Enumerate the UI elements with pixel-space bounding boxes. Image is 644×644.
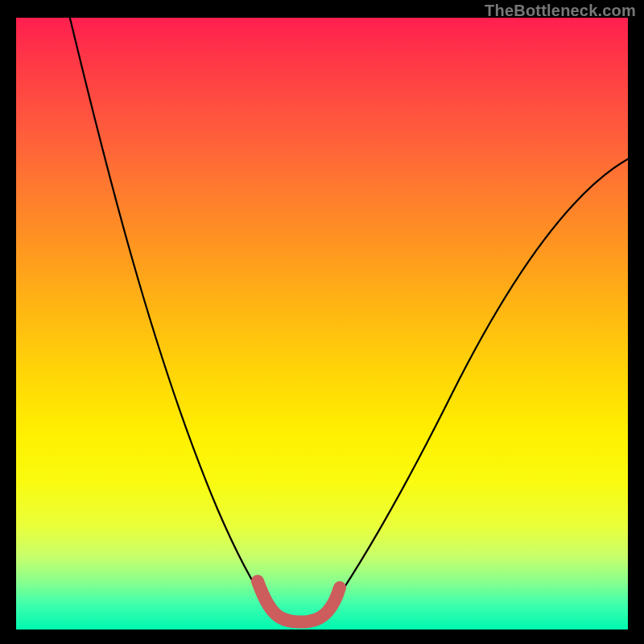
curve-left: [66, 18, 268, 605]
curve-right: [332, 155, 628, 605]
plot-area: [16, 18, 628, 630]
bottleneck-curve: [16, 18, 628, 630]
watermark-text: TheBottleneck.com: [485, 2, 636, 20]
bottleneck-highlight: [258, 581, 340, 622]
bottleneck-chart-frame: TheBottleneck.com: [0, 0, 644, 644]
